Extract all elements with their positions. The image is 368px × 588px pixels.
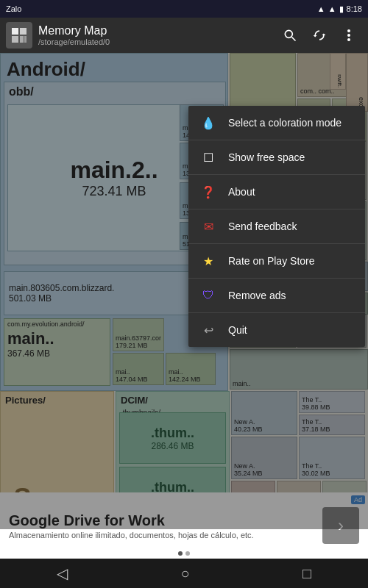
svg-rect-0 [12,28,18,35]
menu-label-freespace: Show free space [228,151,305,163]
app-icon [6,22,32,49]
nav-bar: ◁ ○ □ [0,559,368,588]
refresh-button[interactable] [306,22,333,49]
svg-rect-4 [24,36,26,43]
toolbar-actions [277,22,362,49]
ad-dot-1 [178,551,183,556]
ad-subtitle: Almacenamiento online ilimitado, documen… [9,531,314,539]
svg-point-7 [347,29,350,32]
svg-point-9 [347,38,350,41]
menu-item-rate[interactable]: ★Rate on Play Store [188,244,365,279]
svg-rect-2 [12,36,18,43]
svg-rect-1 [20,28,26,35]
recents-button[interactable]: □ [302,565,311,582]
menu-item-about[interactable]: ❓About [188,175,365,209]
svg-line-6 [292,37,296,41]
ad-page-dots [178,551,190,556]
menu-item-freespace[interactable]: ☐Show free space [188,140,365,175]
menu-label-removeads: Remove ads [228,290,286,301]
menu-icon-rate: ★ [200,253,216,269]
ad-dot-2 [185,551,190,556]
menu-icon-freespace: ☐ [200,149,216,165]
zalo-icon: Zalo [6,4,21,13]
app-title-block: Memory Map /storage/emulated/0 [38,24,271,46]
menu-item-removeads[interactable]: 🛡Remove ads [188,279,365,313]
more-button[interactable] [336,22,362,49]
time-display: 8:18 [347,4,362,13]
status-bar: Zalo ▲ ▲ ▮ 8:18 [0,0,368,18]
home-button[interactable]: ○ [180,565,189,582]
menu-label-quit: Quit [228,324,247,336]
signal-icon: ▲ [328,4,336,13]
menu-item-coloration[interactable]: 💧Select a coloration mode [188,106,365,140]
menu-label-about: About [228,186,255,198]
menu-label-coloration: Select a coloration mode [228,117,342,129]
dropdown-menu: 💧Select a coloration mode☐Show free spac… [188,106,365,347]
menu-icon-about: ❓ [200,184,216,200]
wifi-icon: ▲ [317,4,325,13]
status-right-icons: ▲ ▲ ▮ 8:18 [317,4,362,14]
menu-item-feedback[interactable]: ✉Send feedback [188,209,365,244]
toolbar: Memory Map /storage/emulated/0 [0,18,368,53]
menu-icon-feedback: ✉ [200,218,216,234]
svg-point-8 [347,34,350,37]
menu-item-quit[interactable]: ↩Quit [188,313,365,347]
search-button[interactable] [277,22,303,49]
menu-label-feedback: Send feedback [228,220,297,232]
svg-point-5 [285,30,292,37]
app-name: Memory Map [38,24,271,37]
back-button[interactable]: ◁ [57,564,68,582]
menu-icon-coloration: 💧 [200,115,216,131]
menu-icon-quit: ↩ [200,322,216,338]
battery-icon: ▮ [339,4,344,14]
status-left-icons: Zalo [6,4,21,13]
app-path: /storage/emulated/0 [38,37,271,46]
menu-icon-removeads: 🛡 [200,287,216,304]
main-content: Android/ obb/ main.2.. 723.41 MB main...… [0,53,368,559]
menu-label-rate: Rate on Play Store [228,255,315,267]
svg-rect-3 [20,36,24,43]
